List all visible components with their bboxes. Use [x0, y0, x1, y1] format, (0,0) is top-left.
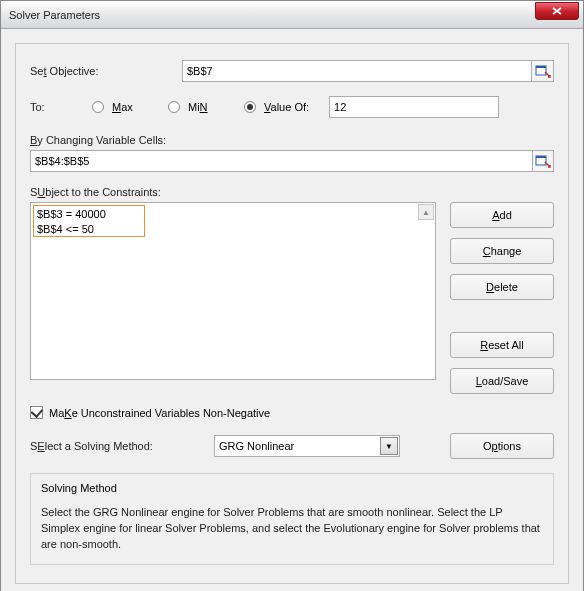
radio-min[interactable] — [168, 101, 180, 113]
window-title: Solver Parameters — [9, 9, 535, 21]
change-button[interactable]: Change — [450, 238, 554, 264]
range-picker-icon[interactable] — [533, 150, 554, 172]
svg-rect-1 — [536, 66, 546, 68]
changing-label: By Changing Variable Cells: — [30, 134, 554, 146]
constraints-listbox[interactable]: $B$3 = 40000 $B$4 <= 50 ▲ — [30, 202, 436, 380]
radio-valueof-label: Value Of: — [264, 101, 309, 113]
svg-rect-3 — [536, 156, 546, 158]
method-select[interactable]: GRG Nonlinear ▼ — [214, 435, 400, 457]
desc-text: Select the GRG Nonlinear engine for Solv… — [41, 504, 543, 552]
nonneg-label: MaKe Unconstrained Variables Non-Negativ… — [49, 407, 270, 419]
add-button[interactable]: Add — [450, 202, 554, 228]
range-picker-icon[interactable] — [532, 60, 554, 82]
radio-valueof[interactable] — [244, 101, 256, 113]
valueof-input[interactable] — [329, 96, 499, 118]
close-icon[interactable] — [535, 2, 579, 20]
loadsave-button[interactable]: Load/Save — [450, 368, 554, 394]
desc-title: Solving Method — [41, 482, 543, 494]
solving-method-description: Solving Method Select the GRG Nonlinear … — [30, 473, 554, 565]
radio-max-label: Max — [112, 101, 160, 113]
solver-dialog: Solver Parameters Set Objective: $B$7 To… — [0, 0, 584, 591]
nonneg-checkbox[interactable] — [30, 406, 43, 419]
delete-button[interactable]: Delete — [450, 274, 554, 300]
list-item[interactable]: $B$4 <= 50 — [37, 222, 429, 237]
constraints-label: SUbject to the Constraints: — [30, 186, 554, 198]
chevron-down-icon[interactable]: ▼ — [380, 437, 398, 455]
changing-input[interactable]: $B$4:$B$5 — [30, 150, 533, 172]
objective-input[interactable]: $B$7 — [182, 60, 532, 82]
scroll-up-icon[interactable]: ▲ — [418, 204, 434, 220]
list-item[interactable]: $B$3 = 40000 — [37, 207, 429, 222]
reset-button[interactable]: Reset All — [450, 332, 554, 358]
method-label: SElect a Solving Method: — [30, 440, 198, 452]
options-button[interactable]: Options — [450, 433, 554, 459]
radio-max[interactable] — [92, 101, 104, 113]
to-label: To: — [30, 101, 84, 113]
radio-min-label: MiN — [188, 101, 236, 113]
titlebar[interactable]: Solver Parameters — [1, 1, 583, 29]
objective-label: Set Objective: — [30, 65, 170, 77]
